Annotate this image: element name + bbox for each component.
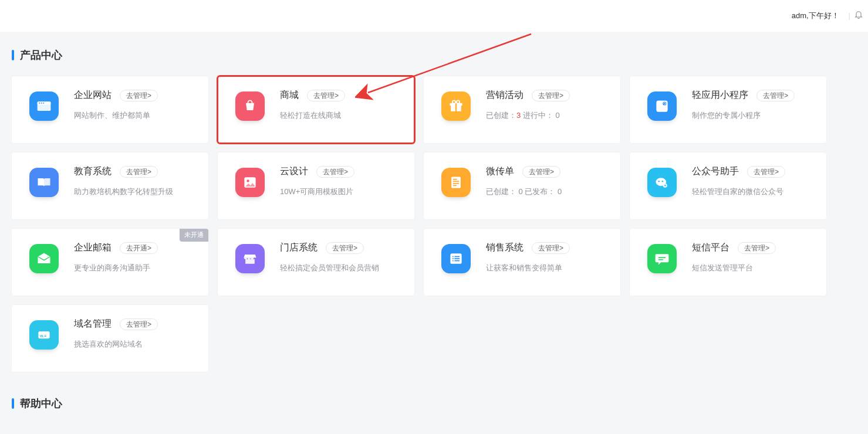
shop-icon: [235, 91, 265, 121]
card-title: 微传单: [486, 165, 514, 178]
card-subtitle: 已创建：3 进行中： 0: [486, 110, 603, 121]
unopened-badge: 未开通: [180, 229, 208, 242]
card-title: 门店系统: [280, 242, 318, 254]
product-card[interactable]: 轻应用小程序去管理>制作您的专属小程序: [630, 76, 826, 143]
flyer-icon: [441, 168, 471, 197]
edu-icon: [29, 168, 59, 197]
wechat-icon: [647, 168, 677, 197]
product-grid: 企业网站去管理>网站制作、维护都简单商城去管理>轻松打造在线商城营销活动去管理>…: [0, 76, 868, 372]
product-card[interactable]: 企业邮箱去开通>更专业的商务沟通助手未开通: [12, 229, 208, 296]
card-subtitle: 短信发送管理平台: [692, 262, 809, 274]
bell-icon[interactable]: [854, 10, 863, 21]
card-subtitle: 10W+可商用模板图片: [280, 186, 397, 198]
products-title-text: 产品中心: [20, 48, 62, 62]
card-subtitle: 助力教培机构数字化转型升级: [74, 186, 191, 198]
sms-icon: [647, 244, 677, 273]
manage-button[interactable]: 去开通>: [120, 242, 158, 254]
manage-button[interactable]: 去管理>: [120, 166, 158, 178]
card-subtitle: 已创建： 0 已发布： 0: [486, 186, 603, 198]
manage-button[interactable]: 去管理>: [316, 166, 354, 178]
mail-icon: [29, 244, 59, 273]
store-icon: [235, 244, 265, 273]
products-section-title: 产品中心: [12, 48, 868, 62]
card-subtitle: 轻松搞定会员管理和会员营销: [280, 262, 397, 274]
miniapp-icon: [647, 91, 677, 121]
card-subtitle: 制作您的专属小程序: [692, 110, 809, 121]
manage-button[interactable]: 去管理>: [326, 242, 364, 254]
manage-button[interactable]: 去管理>: [532, 242, 570, 254]
product-card[interactable]: 教育系统去管理>助力教培机构数字化转型升级: [12, 152, 208, 219]
product-card[interactable]: 商城去管理>轻松打造在线商城: [218, 76, 414, 143]
card-subtitle: 挑选喜欢的网站域名: [74, 338, 191, 350]
card-title: 轻应用小程序: [692, 89, 748, 101]
manage-button[interactable]: 去管理>: [120, 318, 158, 330]
card-title: 企业邮箱: [74, 242, 112, 254]
manage-button[interactable]: 去管理>: [532, 90, 570, 101]
manage-button[interactable]: 去管理>: [738, 242, 776, 254]
product-card[interactable]: 销售系统去管理>让获客和销售变得简单: [424, 229, 620, 296]
header-bar: adm,下午好！ |: [0, 0, 868, 32]
card-subtitle: 更专业的商务沟通助手: [74, 262, 191, 274]
list-icon: [441, 244, 471, 273]
product-card[interactable]: 门店系统去管理>轻松搞定会员管理和会员营销: [218, 229, 414, 296]
card-title: 教育系统: [74, 165, 112, 178]
gift-icon: [441, 91, 471, 121]
website-icon: [29, 91, 59, 121]
card-title: 公众号助手: [692, 165, 739, 178]
card-title: 云设计: [280, 165, 308, 178]
product-card[interactable]: 公众号助手去管理>轻松管理自家的微信公众号: [630, 152, 826, 219]
card-title: 短信平台: [692, 242, 729, 254]
help-title-text: 帮助中心: [20, 396, 62, 411]
image-icon: [235, 168, 265, 197]
card-subtitle: 让获客和销售变得简单: [486, 262, 603, 274]
product-card[interactable]: 微传单去管理>已创建： 0 已发布： 0: [424, 152, 620, 219]
card-title: 销售系统: [486, 242, 523, 254]
card-title: 商城: [280, 89, 299, 101]
manage-button[interactable]: 去管理>: [747, 166, 785, 178]
greeting-text: adm,下午好！: [792, 11, 839, 21]
product-card[interactable]: 短信平台去管理>短信发送管理平台: [630, 229, 826, 296]
product-card[interactable]: 企业网站去管理>网站制作、维护都简单: [12, 76, 208, 143]
card-title: 域名管理: [74, 318, 112, 330]
card-subtitle: 网站制作、维护都简单: [74, 110, 191, 121]
card-subtitle: 轻松打造在线商城: [280, 110, 397, 121]
product-card[interactable]: 营销活动去管理>已创建：3 进行中： 0: [424, 76, 620, 143]
product-card[interactable]: 云设计去管理>10W+可商用模板图片: [218, 152, 414, 219]
card-subtitle: 轻松管理自家的微信公众号: [692, 186, 809, 198]
header-divider: |: [849, 11, 850, 20]
manage-button[interactable]: 去管理>: [120, 90, 158, 101]
help-section-title: 帮助中心: [12, 396, 868, 411]
card-title: 企业网站: [74, 89, 112, 101]
domain-icon: [29, 320, 59, 350]
card-title: 营销活动: [486, 89, 523, 101]
manage-button[interactable]: 去管理>: [307, 90, 345, 101]
manage-button[interactable]: 去管理>: [756, 90, 795, 101]
manage-button[interactable]: 去管理>: [522, 166, 560, 178]
product-card[interactable]: 域名管理去管理>挑选喜欢的网站域名: [12, 305, 208, 372]
